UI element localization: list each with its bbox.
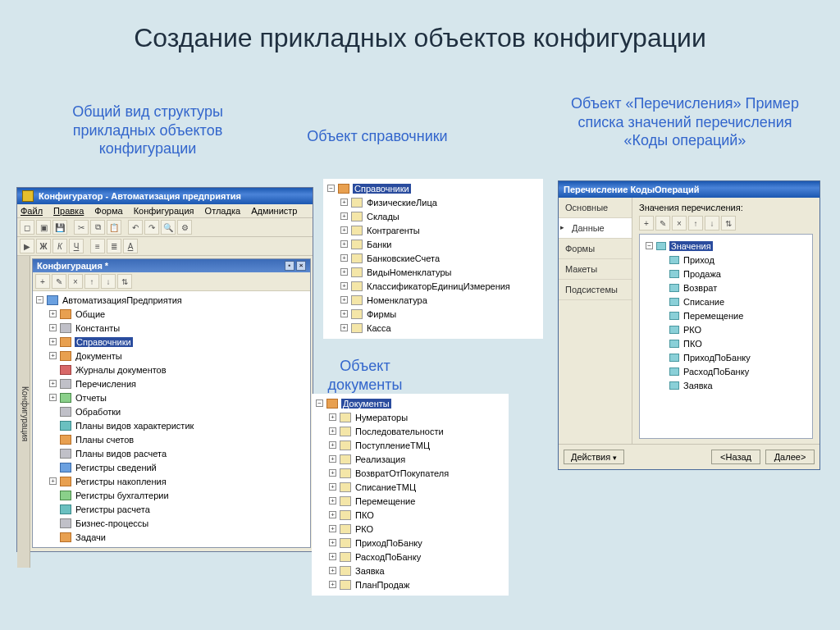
toggle-icon[interactable]: + bbox=[329, 483, 336, 491]
back-button[interactable]: <Назад bbox=[711, 450, 760, 464]
toggle-icon[interactable]: + bbox=[329, 539, 336, 546]
toggle-icon[interactable]: − bbox=[316, 399, 323, 407]
toggle-icon[interactable]: + bbox=[49, 352, 57, 359]
tb-sort-icon[interactable]: ⇅ bbox=[117, 274, 132, 289]
tree-item[interactable]: +ВозвратОтПокупателя bbox=[314, 466, 508, 480]
tree-item[interactable]: Задачи bbox=[34, 530, 310, 544]
tree-item[interactable]: +ВидыНоменклатуры bbox=[326, 265, 542, 279]
toggle-icon[interactable]: + bbox=[329, 427, 336, 435]
tree-item[interactable]: +Константы bbox=[34, 321, 310, 335]
tb-redo-icon[interactable]: ↷ bbox=[144, 220, 159, 235]
enum-tab[interactable]: Основные bbox=[559, 198, 632, 218]
tb-up-icon[interactable]: ↑ bbox=[688, 216, 703, 231]
tree-item[interactable]: +Контрагенты bbox=[326, 223, 542, 237]
toggle-icon[interactable] bbox=[49, 436, 57, 443]
toggle-icon[interactable]: + bbox=[340, 324, 348, 331]
toggle-icon[interactable] bbox=[49, 408, 57, 415]
tree-item[interactable]: +Перемещение bbox=[314, 494, 508, 508]
toggle-icon[interactable]: + bbox=[340, 268, 348, 276]
menu-config[interactable]: Конфигурация bbox=[134, 206, 194, 216]
toggle-icon[interactable]: + bbox=[329, 497, 336, 504]
tree-item[interactable]: +Фирмы bbox=[326, 307, 542, 321]
tree-item[interactable]: +ФизическиеЛица bbox=[326, 195, 542, 209]
enum-values-box[interactable]: −ЗначенияПриходПродажаВозвратСписаниеПер… bbox=[639, 234, 813, 439]
tree-item[interactable]: +СписаниеТМЦ bbox=[314, 480, 508, 494]
tree-item[interactable]: Обработки bbox=[34, 404, 310, 418]
toggle-icon[interactable] bbox=[49, 366, 57, 373]
tree-item[interactable]: +ПриходПоБанку bbox=[314, 536, 508, 550]
tb-font-color-icon[interactable]: A bbox=[123, 239, 138, 253]
toggle-icon[interactable]: − bbox=[327, 185, 335, 192]
close-icon[interactable]: × bbox=[296, 261, 306, 271]
toggle-icon[interactable]: + bbox=[340, 240, 348, 248]
menubar[interactable]: Файл Правка Форма Конфигурация Отладка А… bbox=[17, 204, 313, 218]
tree-item[interactable]: +Нумераторы bbox=[314, 410, 508, 424]
tree-item[interactable]: Регистры расчета bbox=[34, 502, 310, 516]
tb-save-icon[interactable]: 💾 bbox=[52, 220, 67, 235]
tb-del-icon[interactable]: × bbox=[672, 216, 687, 231]
tree-item[interactable]: +РКО bbox=[314, 522, 508, 536]
enum-value[interactable]: ПриходПоБанку bbox=[644, 350, 810, 364]
tree-item[interactable]: +Склады bbox=[326, 209, 542, 223]
tb-run-icon[interactable]: ▶ bbox=[20, 239, 34, 253]
toggle-icon[interactable]: + bbox=[49, 394, 57, 401]
tb-bold-icon[interactable]: Ж bbox=[36, 239, 51, 253]
side-tab-config[interactable]: Конфигурация bbox=[17, 256, 30, 568]
toggle-icon[interactable]: + bbox=[329, 581, 336, 588]
toggle-icon[interactable]: + bbox=[329, 469, 336, 477]
tb-sort-icon[interactable]: ⇅ bbox=[721, 216, 736, 231]
tree-item[interactable]: Регистры бухгалтерии bbox=[34, 488, 310, 502]
toggle-icon[interactable]: + bbox=[49, 310, 57, 317]
tree-item[interactable]: +Документы bbox=[34, 349, 310, 363]
tb-paste-icon[interactable]: 📋 bbox=[107, 220, 121, 235]
tree-item[interactable]: +БанковскиеСчета bbox=[326, 251, 542, 265]
menu-edit[interactable]: Правка bbox=[53, 206, 84, 216]
toggle-icon[interactable]: + bbox=[329, 455, 336, 463]
tree-item[interactable]: +Отчеты bbox=[34, 390, 310, 404]
tree-item[interactable]: +Заявка bbox=[314, 564, 508, 578]
toggle-icon[interactable]: + bbox=[329, 553, 336, 560]
tree-header[interactable]: −Справочники bbox=[326, 181, 542, 195]
toggle-icon[interactable]: + bbox=[49, 338, 57, 345]
tree-root[interactable]: − АвтоматизацияПредприятия bbox=[34, 293, 310, 307]
toggle-icon[interactable]: + bbox=[340, 310, 348, 317]
toggle-icon[interactable]: + bbox=[340, 212, 348, 220]
tree-header[interactable]: −Документы bbox=[314, 396, 508, 410]
docs-tree[interactable]: −Документы+Нумераторы+Последовательности… bbox=[313, 395, 508, 595]
tree-item[interactable]: +ПланПродаж bbox=[314, 578, 508, 591]
tb-align-center-icon[interactable]: ≣ bbox=[107, 239, 121, 253]
tb-italic-icon[interactable]: К bbox=[52, 239, 67, 253]
tree-item[interactable]: Планы видов расчета bbox=[34, 446, 310, 460]
enum-value[interactable]: Заявка bbox=[644, 378, 810, 392]
enum-value[interactable]: РКО bbox=[644, 322, 810, 336]
menu-debug[interactable]: Отладка bbox=[205, 206, 240, 216]
tree-item[interactable]: +ПоступлениеТМЦ bbox=[314, 438, 508, 452]
toggle-icon[interactable]: + bbox=[340, 199, 348, 206]
toggle-icon[interactable] bbox=[49, 450, 57, 457]
tb-new-icon[interactable]: ◻ bbox=[20, 220, 34, 235]
actions-button[interactable]: Действия bbox=[564, 450, 624, 464]
tb-del-icon[interactable]: × bbox=[68, 274, 83, 289]
next-button[interactable]: Далее> bbox=[765, 450, 815, 464]
tree-item[interactable]: +Банки bbox=[326, 237, 542, 251]
pin-icon[interactable]: ▪ bbox=[285, 261, 294, 271]
tb-undo-icon[interactable]: ↶ bbox=[128, 220, 143, 235]
tree-item[interactable]: +ПКО bbox=[314, 508, 508, 522]
menu-admin[interactable]: Администр bbox=[251, 206, 297, 216]
enum-tab[interactable]: Формы bbox=[559, 239, 632, 259]
tb-open-icon[interactable]: ▣ bbox=[36, 220, 51, 235]
enum-tab[interactable]: Данные bbox=[559, 218, 632, 239]
tb-add-icon[interactable]: + bbox=[639, 216, 654, 231]
toggle-icon[interactable]: − bbox=[36, 296, 43, 304]
tree-item[interactable]: Бизнес-процессы bbox=[34, 516, 310, 530]
enum-value[interactable]: РасходПоБанку bbox=[644, 364, 810, 378]
enum-value[interactable]: ПКО bbox=[644, 336, 810, 350]
sprav-tree[interactable]: −Справочники+ФизическиеЛица+Склады+Контр… bbox=[324, 180, 542, 338]
enum-value[interactable]: Перемещение bbox=[644, 308, 810, 322]
enum-value[interactable]: Продажа bbox=[644, 267, 810, 281]
tb-edit-icon[interactable]: ✎ bbox=[52, 274, 66, 289]
tb-down-icon[interactable]: ↓ bbox=[101, 274, 116, 289]
enum-root[interactable]: −Значения bbox=[644, 239, 810, 253]
toggle-icon[interactable]: + bbox=[340, 296, 348, 304]
toggle-icon[interactable]: + bbox=[329, 567, 336, 574]
